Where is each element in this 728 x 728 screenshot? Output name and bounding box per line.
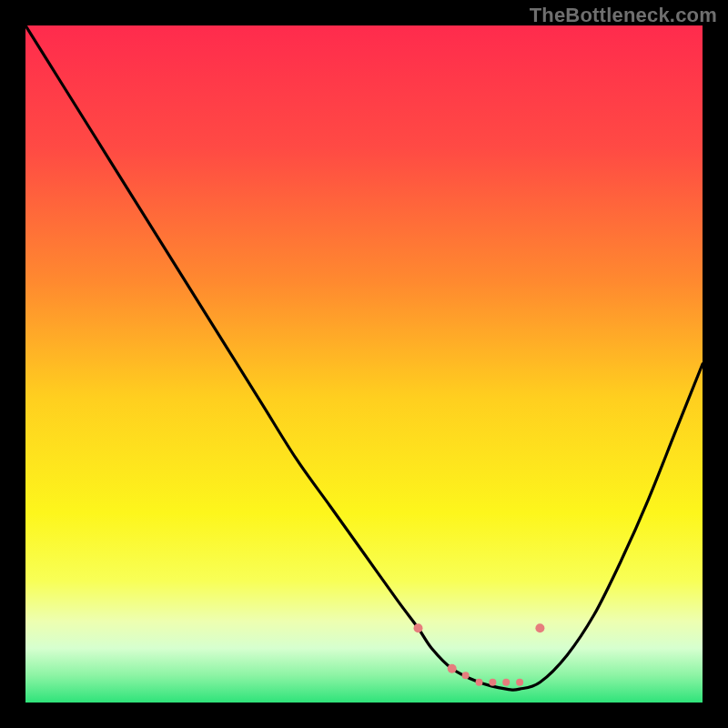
highlight-marker [414, 623, 423, 632]
highlight-marker [476, 679, 483, 686]
highlight-marker [502, 679, 510, 686]
bottleneck-chart [25, 25, 703, 703]
chart-frame [25, 25, 703, 703]
highlight-marker [462, 672, 470, 679]
watermark-text: TheBottleneck.com [530, 4, 717, 27]
highlight-marker [516, 679, 523, 686]
highlight-marker [535, 623, 544, 632]
highlight-marker [448, 664, 457, 673]
highlight-marker [489, 679, 496, 686]
